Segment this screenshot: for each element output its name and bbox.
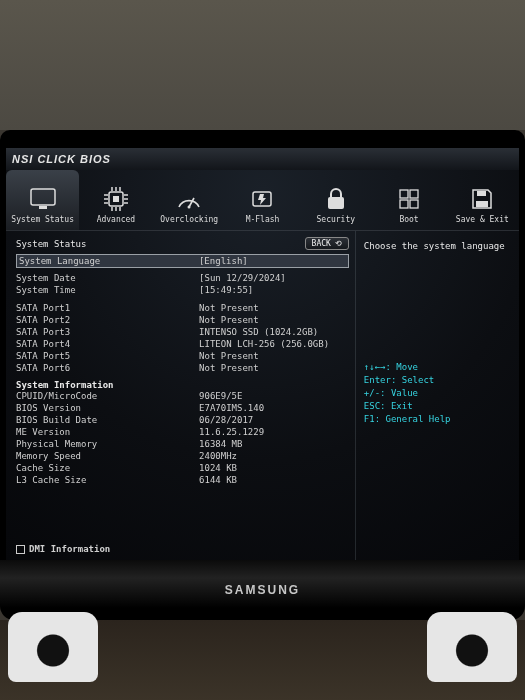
submenu-icon (16, 545, 25, 554)
monitor-brand: SAMSUNG (225, 583, 300, 597)
sata-row[interactable]: SATA Port5Not Present (16, 350, 349, 362)
gauge-icon (175, 185, 203, 213)
tab-bar: System Status Advanced Overclocking M-Fl… (6, 170, 519, 230)
tab-security[interactable]: Security (299, 170, 372, 230)
sata-row[interactable]: SATA Port4LITEON LCH-256 (256.0GB) (16, 338, 349, 350)
boot-icon (395, 185, 423, 213)
tab-overclocking[interactable]: Overclocking (153, 170, 226, 230)
tab-label: Advanced (97, 215, 136, 224)
svg-rect-25 (476, 201, 488, 207)
svg-rect-21 (400, 190, 408, 198)
tab-label: Save & Exit (456, 215, 509, 224)
system-language-value: [English] (199, 256, 348, 266)
page-heading: System Status (16, 239, 305, 249)
dmi-label: DMI Information (29, 544, 110, 554)
tab-label: Boot (399, 215, 418, 224)
info-row: CPUID/MicroCode906E9/5E (16, 390, 349, 402)
svg-rect-26 (477, 191, 486, 196)
svg-rect-23 (400, 200, 408, 208)
tab-advanced[interactable]: Advanced (79, 170, 152, 230)
flash-icon (248, 185, 276, 213)
svg-rect-24 (410, 200, 418, 208)
svg-rect-1 (39, 206, 47, 209)
system-date-row[interactable]: System Date[Sun 12/29/2024] (16, 272, 349, 284)
svg-marker-19 (258, 194, 266, 205)
speaker-right (427, 612, 517, 682)
monitor-frame: NSI CLICK BIOS System Status Advanced Ov… (0, 130, 525, 560)
sysinfo-heading: System Information (16, 380, 349, 390)
svg-rect-22 (410, 190, 418, 198)
svg-rect-0 (31, 189, 55, 205)
tab-label: M-Flash (246, 215, 280, 224)
tab-system-status[interactable]: System Status (6, 170, 79, 230)
system-language-label: System Language (17, 256, 199, 266)
info-row: L3 Cache Size6144 KB (16, 474, 349, 486)
tab-label: Overclocking (160, 215, 218, 224)
svg-rect-3 (113, 196, 119, 202)
key-help-line: F1: General Help (364, 413, 511, 426)
svg-rect-20 (328, 197, 344, 209)
svg-point-17 (188, 206, 191, 209)
key-help-line: Enter: Select (364, 374, 511, 387)
speaker-left (8, 612, 98, 682)
tab-label: Security (317, 215, 356, 224)
monitor-icon (29, 185, 57, 213)
sata-row[interactable]: SATA Port1Not Present (16, 302, 349, 314)
bios-screen: NSI CLICK BIOS System Status Advanced Ov… (6, 148, 519, 560)
system-language-row[interactable]: System Language [English] (16, 254, 349, 268)
tab-save-exit[interactable]: Save & Exit (446, 170, 519, 230)
info-row: BIOS Build Date06/28/2017 (16, 414, 349, 426)
back-arrow-icon: ⟲ (335, 239, 342, 248)
info-row: ME Version11.6.25.1229 (16, 426, 349, 438)
info-row: Physical Memory16384 MB (16, 438, 349, 450)
info-row: Cache Size1024 KB (16, 462, 349, 474)
sata-row[interactable]: SATA Port3INTENSO SSD (1024.2GB) (16, 326, 349, 338)
svg-line-16 (189, 198, 194, 207)
tab-label: System Status (11, 215, 74, 224)
sata-row[interactable]: SATA Port2Not Present (16, 314, 349, 326)
left-pane: System Status BACK ⟲ System Language [En… (6, 231, 355, 560)
sata-block: SATA Port1Not Present SATA Port2Not Pres… (16, 302, 349, 374)
info-row: Memory Speed2400MHz (16, 450, 349, 462)
help-text: Choose the system language (364, 241, 511, 361)
key-help-line: ESC: Exit (364, 400, 511, 413)
back-label: BACK (312, 239, 331, 248)
monitor-chin: SAMSUNG (0, 560, 525, 620)
tab-m-flash[interactable]: M-Flash (226, 170, 299, 230)
key-help-line: ↑↓←→: Move (364, 361, 511, 374)
lock-icon (322, 185, 350, 213)
date-time-block: System Date[Sun 12/29/2024] System Time[… (16, 272, 349, 296)
info-row: BIOS VersionE7A70IMS.140 (16, 402, 349, 414)
desk (0, 620, 525, 700)
chip-icon (102, 185, 130, 213)
key-help-block: ↑↓←→: Move Enter: Select +/-: Value ESC:… (364, 361, 511, 426)
save-icon (468, 185, 496, 213)
tab-boot[interactable]: Boot (372, 170, 445, 230)
room-wall (0, 0, 525, 130)
bios-brand-bar: NSI CLICK BIOS (6, 148, 519, 170)
sata-row[interactable]: SATA Port6Not Present (16, 362, 349, 374)
dmi-information-link[interactable]: DMI Information (16, 544, 110, 554)
sysinfo-block: System Information CPUID/MicroCode906E9/… (16, 380, 349, 486)
back-button[interactable]: BACK ⟲ (305, 237, 349, 250)
key-help-line: +/-: Value (364, 387, 511, 400)
help-pane: Choose the system language ↑↓←→: Move En… (355, 231, 519, 560)
system-time-row[interactable]: System Time[15:49:55] (16, 284, 349, 296)
bios-brand-text: NSI CLICK BIOS (12, 153, 111, 165)
